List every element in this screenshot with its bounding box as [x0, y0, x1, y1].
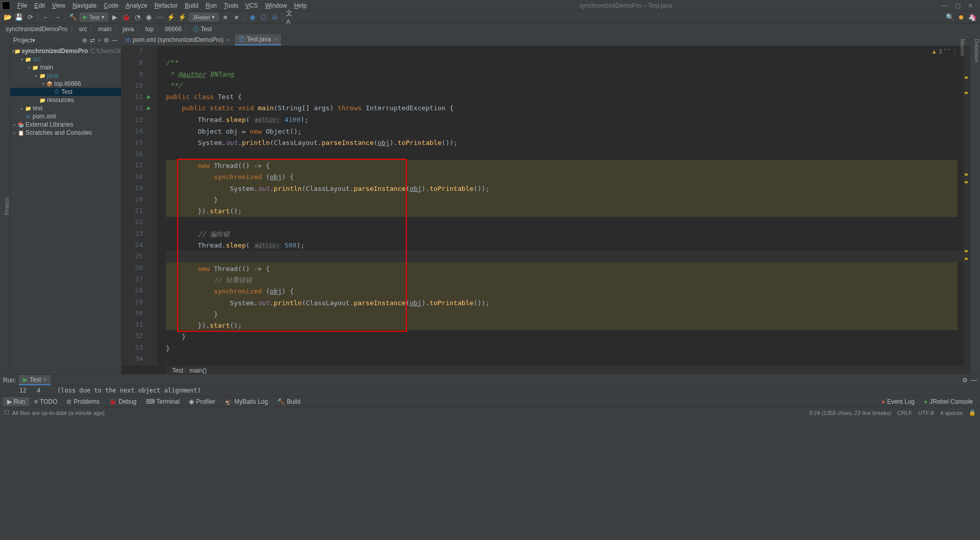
target-icon[interactable]: ⊕	[82, 37, 87, 44]
project-tree[interactable]: ▾📁synchronizedDemoProC:\Users\30315\D▾📁s…	[10, 46, 121, 374]
fold-column[interactable]	[157, 46, 166, 365]
hide-icon[interactable]: —	[112, 37, 118, 44]
bottom-tab-run[interactable]: ▶ Run	[3, 397, 29, 406]
lock-icon[interactable]: 🔒	[969, 409, 976, 416]
menu-bar: FileEditViewNavigateCodeAnalyzeRefactorB…	[14, 1, 310, 10]
bottom-tab-jrebel-console[interactable]: ● JRebel Console	[920, 397, 977, 406]
crumb-java[interactable]: java	[121, 26, 135, 33]
attach-icon[interactable]: ⋯	[155, 13, 164, 22]
jrebel-combo[interactable]: JRebel ▾	[189, 13, 218, 21]
bottom-tab-problems[interactable]: ⊘ Problems	[62, 397, 104, 406]
menu-code[interactable]: Code	[101, 1, 121, 10]
debug-icon[interactable]: 🐞	[121, 13, 131, 22]
editor-tab-pom-xml--synchronizeddemopro-[interactable]: m pom.xml (synchronizedDemoPro) ×	[121, 34, 235, 45]
crumb-synchronizeddemopro[interactable]: synchronizedDemoPro	[4, 26, 69, 33]
gear-icon[interactable]: ⚙	[962, 377, 968, 384]
close-icon[interactable]: ×	[43, 376, 46, 383]
gist-icon[interactable]: ⬡	[259, 13, 268, 22]
translate-icon[interactable]: 文A	[286, 13, 295, 22]
crumb-src[interactable]: src	[77, 26, 88, 33]
profile-icon[interactable]: ◉	[144, 13, 153, 22]
bottom-tab-terminal[interactable]: ⌨ Terminal	[142, 397, 184, 406]
code-editor[interactable]: /** * @author BNTang **/public class Tes…	[166, 46, 964, 365]
editor-body[interactable]: ▲ 2 ˆ ˇ ⋮ 789101112131415161718192021222…	[121, 46, 970, 365]
settings-icon[interactable]: ⚙	[104, 37, 109, 44]
git-icon[interactable]: ◉	[248, 13, 257, 22]
bottom-tab-debug[interactable]: 🐞 Debug	[105, 397, 140, 406]
maximize-icon[interactable]: ▢	[955, 2, 961, 9]
menu-view[interactable]: View	[49, 1, 68, 10]
crumb-main[interactable]: main	[96, 26, 113, 33]
stop2-icon[interactable]: ■	[232, 13, 241, 22]
tree-item-synchronizeddemopro[interactable]: ▾📁synchronizedDemoProC:\Users\30315\D	[10, 47, 121, 55]
indent-info[interactable]: 4 spaces	[940, 410, 963, 416]
crumb-it6666[interactable]: it6666	[163, 26, 183, 33]
scan-icon[interactable]: ⊘	[270, 13, 279, 22]
bottom-tab-build[interactable]: 🔨 Build	[273, 397, 305, 406]
tree-item-main[interactable]: ▾📁main	[10, 63, 121, 71]
tree-item-pom-xml[interactable]: mpom.xml	[10, 112, 121, 120]
open-icon[interactable]: 📂	[3, 13, 12, 22]
menu-vcs[interactable]: VCS	[242, 1, 261, 10]
build-icon[interactable]: 🔨	[68, 13, 78, 22]
tree-item-scratches-and-consoles[interactable]: ▸📋Scratches and Consoles	[10, 129, 121, 137]
menu-navigate[interactable]: Navigate	[69, 1, 100, 10]
editor-crumb[interactable]: Test	[172, 367, 183, 374]
back-icon[interactable]: ←	[41, 13, 51, 22]
line-separator[interactable]: CRLF	[897, 410, 912, 416]
menu-file[interactable]: File	[14, 1, 30, 10]
menu-run[interactable]: Run	[203, 1, 220, 10]
close-tab-icon[interactable]: ×	[274, 36, 277, 42]
rail-database[interactable]: Database	[974, 39, 980, 374]
ide-features-icon[interactable]: 🦄	[968, 13, 977, 22]
editor-tab-test-java[interactable]: Ⓒ Test.java ×	[235, 34, 282, 45]
expand-icon[interactable]: ⇄	[90, 37, 95, 44]
close-tab-icon[interactable]: ×	[227, 37, 230, 43]
tree-item-src[interactable]: ▾📁src	[10, 55, 121, 63]
editor-crumb[interactable]: main()	[189, 367, 207, 374]
caret-position[interactable]: 8:24 (1355 chars, 23 line breaks)	[809, 410, 891, 416]
bottom-tab-event-log[interactable]: ● Event Log	[877, 397, 919, 406]
status-icon[interactable]: ☐	[4, 409, 9, 416]
menu-refactor[interactable]: Refactor	[152, 1, 181, 10]
rail-project[interactable]: Project	[4, 39, 10, 374]
tree-item-resources[interactable]: 📁resources	[10, 96, 121, 104]
crumb-top[interactable]: top	[143, 26, 155, 33]
jrebel-debug-icon[interactable]: ⚡	[178, 13, 187, 22]
run-tab[interactable]: ▶Test ×	[19, 375, 51, 385]
menu-tools[interactable]: Tools	[221, 1, 241, 10]
forward-icon[interactable]: →	[53, 13, 62, 22]
minimize-icon[interactable]: —	[942, 2, 948, 9]
tree-item-external-libraries[interactable]: ▸📚External Libraries	[10, 120, 121, 129]
sync-icon[interactable]: ⟳	[26, 13, 35, 22]
bottom-tab-todo[interactable]: ≡ TODO	[30, 397, 61, 406]
bottom-tab-profiler[interactable]: ◉ Profiler	[185, 397, 219, 406]
close-icon[interactable]: ✕	[968, 2, 973, 9]
tree-item-test[interactable]: ⒸTest	[10, 88, 121, 96]
tree-item-top-it6666[interactable]: ▾📦top.it6666	[10, 80, 121, 88]
app-logo-icon	[2, 2, 10, 10]
editor-breadcrumb[interactable]: Test 〉 main()	[166, 365, 970, 375]
left-tool-rail: Project Structure Favorites JRebel	[0, 35, 10, 374]
run-icon[interactable]: ▶	[110, 13, 119, 22]
jrebel-run-icon[interactable]: ⚡	[166, 13, 176, 22]
bottom-tab-mybatis-log[interactable]: 🦅 MyBatis Log	[220, 397, 272, 406]
run-config-combo[interactable]: ▶Test ▾	[80, 13, 108, 21]
error-stripe[interactable]	[964, 46, 970, 365]
stop-icon[interactable]: ■	[220, 13, 230, 22]
avatar-icon[interactable]	[957, 13, 966, 22]
run-output[interactable]: 12 4 (loss due to the next object alignm…	[0, 386, 980, 395]
tree-item-test[interactable]: ▸📁test	[10, 104, 121, 112]
save-icon[interactable]: 💾	[14, 13, 23, 22]
menu-analyze[interactable]: Analyze	[122, 1, 151, 10]
gutter-icons[interactable]: ▶▶	[147, 46, 157, 365]
file-encoding[interactable]: UTF-8	[918, 410, 934, 416]
menu-edit[interactable]: Edit	[31, 1, 48, 10]
hide-icon[interactable]: —	[971, 377, 977, 384]
crumb-test[interactable]: Ⓒ Test	[191, 25, 213, 34]
search-icon[interactable]: 🔍	[945, 13, 954, 22]
coverage-icon[interactable]: ◔	[133, 13, 142, 22]
collapse-icon[interactable]: ÷	[97, 37, 101, 44]
menu-build[interactable]: Build	[182, 1, 202, 10]
tree-item-java[interactable]: ▾📁java	[10, 71, 121, 80]
